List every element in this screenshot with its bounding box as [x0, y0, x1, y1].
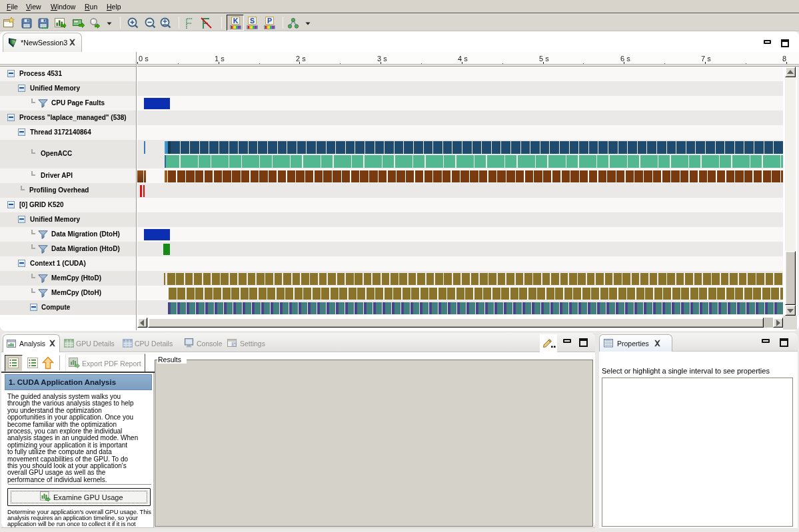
svg-text:S: S [250, 17, 255, 25]
svg-text:K: K [233, 17, 239, 25]
svg-text:P: P [267, 17, 272, 25]
